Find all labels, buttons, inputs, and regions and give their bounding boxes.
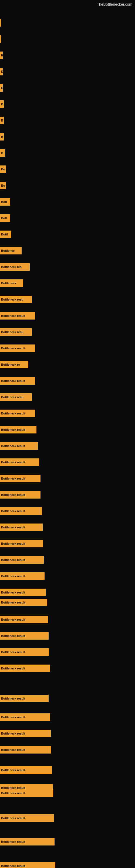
bar-row: Bottleneck result bbox=[0, 344, 135, 352]
bar-row: Bottleneck result bbox=[0, 648, 135, 656]
bar-row: E bbox=[0, 52, 135, 59]
bar-row: Bottleneck result bbox=[0, 814, 135, 822]
bar: Bo bbox=[0, 182, 6, 189]
bar-label: Bottleneck result bbox=[1, 461, 25, 464]
bar-label: Bottleneck result bbox=[1, 667, 25, 670]
bar-row: Bottleneck result bbox=[0, 540, 135, 547]
bar-label: Bo bbox=[1, 184, 5, 187]
bar: Bottleneck re bbox=[0, 361, 28, 368]
bar: Bottlenec bbox=[0, 247, 21, 254]
bar-row: Bottleneck result bbox=[0, 572, 135, 580]
bar-label: Bottleneck result bbox=[1, 412, 25, 415]
bar-row: Bottlenec bbox=[0, 247, 135, 254]
bar-label: Bottleneck resu bbox=[1, 298, 24, 301]
bar-label: Bottleneck result bbox=[1, 716, 25, 719]
bar: E bbox=[0, 84, 3, 92]
bar-row: Bottleneck result bbox=[0, 377, 135, 384]
bar-label: Bottleneck result bbox=[1, 477, 25, 480]
bar: Bottleneck result bbox=[0, 312, 35, 319]
bar-row: Bottleneck resu bbox=[0, 393, 135, 401]
bar-label: Bottleneck result bbox=[1, 792, 25, 795]
bar: Bottleneck result bbox=[0, 632, 49, 640]
bar: Bottleneck result bbox=[0, 695, 49, 702]
bar-row: Bottleneck result bbox=[0, 730, 135, 737]
bar: Bottleneck result bbox=[0, 746, 51, 753]
bar-row: Bottleneck result bbox=[0, 766, 135, 774]
bar-label: Bottleneck result bbox=[1, 428, 25, 431]
bar: Bottleneck result bbox=[0, 766, 52, 774]
bar: Bottleneck bbox=[0, 279, 23, 287]
bar-label: B bbox=[1, 135, 3, 138]
bar-row: Bottleneck result bbox=[0, 410, 135, 417]
bar-row: Bottleneck result bbox=[0, 789, 135, 797]
bar-row: Bottl bbox=[0, 230, 135, 238]
bar-label: Bottleneck re bbox=[1, 363, 20, 366]
bar: Bottleneck result bbox=[0, 540, 43, 547]
bar-row: Bottleneck resu bbox=[0, 328, 135, 336]
bar-row: Bottleneck result bbox=[0, 312, 135, 319]
bar: Bo bbox=[0, 165, 6, 173]
bar-row: Bottleneck result bbox=[0, 838, 135, 845]
bar-row bbox=[0, 35, 135, 43]
bar: Bottleneck result bbox=[0, 838, 54, 845]
bar: Bottleneck resu bbox=[0, 328, 32, 336]
bar-label: E bbox=[1, 54, 3, 57]
bar-row: Bottleneck result bbox=[0, 695, 135, 702]
bar: Bottleneck result bbox=[0, 862, 55, 868]
bar: Bottleneck result bbox=[0, 410, 35, 417]
site-title: TheBottlenecker.com bbox=[97, 2, 132, 6]
bar-row: Bottleneck result bbox=[0, 491, 135, 499]
bar-label: Bott bbox=[1, 216, 7, 220]
bar-row: Bottleneck result bbox=[0, 632, 135, 640]
bar: Bottleneck res bbox=[0, 263, 30, 271]
bar-label: Bottleneck result bbox=[1, 816, 25, 820]
bar: Bottl bbox=[0, 230, 11, 238]
bar-row: Bottleneck result bbox=[0, 664, 135, 672]
bar-row: Bottleneck result bbox=[0, 442, 135, 450]
bar-row: Bott bbox=[0, 198, 135, 206]
bar: Bottleneck result bbox=[0, 377, 35, 384]
bar-row: B bbox=[0, 117, 135, 124]
bar: Bottleneck result bbox=[0, 344, 35, 352]
bar: Bottleneck result bbox=[0, 491, 41, 499]
bar: Bottleneck result bbox=[0, 556, 44, 564]
bar-row: B bbox=[0, 133, 135, 141]
bar-label: Bottleneck result bbox=[1, 769, 25, 772]
bar-row bbox=[0, 19, 135, 27]
bar-label: Bottleneck result bbox=[1, 748, 25, 751]
bar: E bbox=[0, 68, 3, 75]
bar-label: B bbox=[1, 102, 3, 106]
bar-label: Bottleneck result bbox=[1, 786, 25, 789]
bar-label: Bottleneck result bbox=[1, 650, 25, 654]
bar-row: E bbox=[0, 84, 135, 92]
bar-label: Bottleneck result bbox=[1, 314, 25, 317]
bar: Bottleneck result bbox=[0, 507, 42, 515]
bar-row: Bottleneck result bbox=[0, 713, 135, 721]
bar-label: E bbox=[1, 86, 3, 90]
bar-label: Bottleneck result bbox=[1, 575, 25, 578]
bar: B bbox=[0, 117, 4, 124]
bar: Bottleneck result bbox=[0, 589, 46, 596]
bar-row: Bottleneck result bbox=[0, 556, 135, 564]
bar-label: Bottleneck result bbox=[1, 558, 25, 561]
bar-label: Bott bbox=[1, 200, 7, 204]
bar-label: Bottleneck result bbox=[1, 840, 25, 843]
bar: Bottleneck result bbox=[0, 572, 45, 580]
bar-label: Bottlenec bbox=[1, 249, 14, 252]
bar: Bottleneck result bbox=[0, 730, 51, 737]
bar-row: Bottleneck result bbox=[0, 524, 135, 531]
bar-label: Bottleneck result bbox=[1, 634, 25, 638]
bar-row: Bo bbox=[0, 182, 135, 189]
bar-label: Bottleneck result bbox=[1, 379, 25, 382]
bar-row: Bottleneck result bbox=[0, 746, 135, 753]
bar-row: Bottleneck res bbox=[0, 263, 135, 271]
bar bbox=[0, 35, 1, 43]
bar-label: E bbox=[1, 70, 3, 73]
bar-row: Bottleneck result bbox=[0, 426, 135, 433]
bar: Bottleneck resu bbox=[0, 296, 32, 303]
bar-row: Bott bbox=[0, 214, 135, 222]
bar: Bott bbox=[0, 214, 10, 222]
bar-row: Bo bbox=[0, 165, 135, 173]
bar-row: Bottleneck re bbox=[0, 361, 135, 368]
bar bbox=[0, 19, 1, 27]
